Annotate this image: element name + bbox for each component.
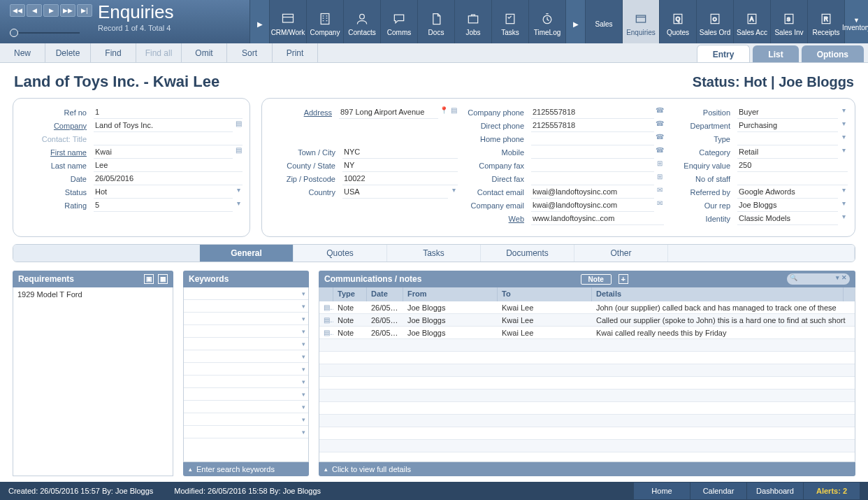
keyword-row[interactable] (184, 363, 308, 376)
col-type[interactable]: Type (333, 287, 367, 301)
phone-icon-4[interactable]: ☎ (656, 146, 664, 155)
keyword-row[interactable] (184, 388, 308, 401)
comm-row[interactable] (319, 390, 855, 402)
keyword-row[interactable] (184, 376, 308, 388)
note-button[interactable]: Note (581, 274, 612, 285)
fax-icon-2[interactable]: ⊞ (656, 173, 664, 181)
nav-contacts[interactable]: Contacts (343, 0, 380, 43)
dropdown-icon[interactable]: ▾ (839, 199, 848, 208)
nav-timelog[interactable]: TimeLog (528, 0, 565, 43)
comms-footer[interactable]: Click to view full details (319, 462, 855, 476)
nav-quotes[interactable]: QQuotes (659, 0, 696, 43)
address-field[interactable] (339, 106, 438, 119)
print-button[interactable]: Print (273, 43, 318, 62)
dropdown-icon[interactable]: ▾ (839, 106, 848, 115)
nav-next-button[interactable]: ▶ (43, 4, 59, 17)
enqval-field[interactable] (737, 159, 848, 172)
nav-sales[interactable]: Sales (585, 0, 622, 43)
fax-icon[interactable]: ⊞ (656, 159, 664, 168)
dropdown-icon[interactable]: ▾ (839, 120, 848, 128)
nav-enquiries[interactable]: Enquiries (622, 0, 659, 43)
zip-field[interactable] (342, 173, 458, 185)
cfax-field[interactable] (531, 159, 654, 172)
comm-row[interactable]: ▤Note26/05/16Joe BloggsKwai LeeJohn (our… (319, 301, 855, 314)
coemail-field[interactable] (531, 199, 654, 212)
sort-button[interactable]: Sort (227, 43, 273, 62)
calendar-button[interactable]: Calendar (690, 483, 746, 499)
address-list-icon[interactable]: ▤ (449, 106, 458, 115)
dphone-field[interactable] (531, 120, 654, 132)
comm-row[interactable]: ▤Note26/05/16Joe BloggsKwai LeeKwai call… (319, 327, 855, 339)
nav-scroll-right-icon[interactable]: ▶ (249, 0, 269, 43)
keywords-footer[interactable]: Enter search keywords (183, 462, 309, 476)
email-icon[interactable]: ✉ (656, 186, 664, 194)
web-label[interactable]: Web (458, 215, 531, 223)
country-dropdown-icon[interactable]: ▾ (449, 186, 458, 194)
status-dropdown-icon[interactable]: ▾ (234, 186, 243, 194)
keyword-row[interactable] (184, 401, 308, 413)
col-to[interactable]: To (498, 287, 592, 301)
dfax-field[interactable] (531, 173, 654, 185)
comm-row[interactable] (319, 364, 855, 377)
staff-field[interactable] (737, 173, 848, 185)
address-pin-icon[interactable]: 📍 (440, 106, 448, 115)
web-field[interactable] (531, 213, 664, 225)
dashboard-button[interactable]: Dashboard (747, 483, 803, 499)
lastname-field[interactable] (94, 159, 243, 172)
subtab-quotes[interactable]: Quotes (294, 245, 387, 262)
rep-field[interactable] (737, 199, 838, 212)
phone-icon-3[interactable]: ☎ (656, 133, 664, 141)
col-details[interactable]: Details (592, 287, 844, 301)
delete-button[interactable]: Delete (45, 43, 91, 62)
keyword-row[interactable] (184, 300, 308, 313)
comm-row[interactable] (319, 427, 855, 440)
nav-scroll-right-2-icon[interactable]: ▶ (565, 0, 585, 43)
keyword-row[interactable] (184, 338, 308, 350)
nav-fwd-button[interactable]: ▶▶ (60, 4, 75, 17)
rating-field[interactable] (94, 199, 233, 212)
date-field[interactable] (94, 173, 243, 185)
new-button[interactable]: New (0, 43, 45, 62)
dropdown-icon[interactable]: ▾ (839, 146, 848, 155)
nav-salesinv[interactable]: SSales Inv (770, 0, 807, 43)
phone-icon[interactable]: ☎ (656, 106, 664, 115)
record-slider[interactable] (10, 32, 80, 34)
keyword-row[interactable] (184, 350, 308, 363)
tab-options[interactable]: Options (802, 45, 864, 62)
type-field[interactable] (737, 133, 838, 145)
add-note-button[interactable]: + (619, 274, 628, 284)
subtab-general[interactable]: General (200, 245, 294, 262)
cemail-field[interactable] (531, 186, 654, 199)
comm-row[interactable] (319, 440, 855, 452)
find-all-button[interactable]: Find all (136, 43, 182, 62)
phone-icon-2[interactable]: ☎ (656, 120, 664, 128)
comm-row[interactable]: ▤Note26/05/16Joe BloggsKwai LeeCalled ou… (319, 314, 855, 327)
dropdown-icon[interactable]: ▾ (839, 213, 848, 221)
col-from[interactable]: From (403, 287, 498, 301)
nav-salesacc[interactable]: ASales Acc (733, 0, 770, 43)
alerts-button[interactable]: Alerts: 2 (804, 483, 860, 499)
requirements-icon-1[interactable]: ▣ (144, 274, 154, 284)
hphone-field[interactable] (531, 133, 654, 145)
firstname-field[interactable] (94, 146, 233, 159)
refno-field[interactable] (94, 106, 243, 119)
county-field[interactable] (342, 159, 458, 172)
subtab-blank-2[interactable] (668, 245, 855, 262)
nav-first-button[interactable]: ◀◀ (10, 4, 25, 17)
rating-dropdown-icon[interactable]: ▾ (234, 199, 243, 208)
firstname-list-icon[interactable]: ▤ (234, 146, 243, 155)
refby-field[interactable] (737, 186, 838, 199)
department-field[interactable] (737, 120, 838, 132)
comm-row[interactable] (319, 352, 855, 364)
subtab-tasks[interactable]: Tasks (387, 245, 481, 262)
nav-inventory-dropdown[interactable]: ▼Inventory (844, 0, 868, 43)
nav-tasks[interactable]: Tasks (491, 0, 528, 43)
company-label[interactable]: Company (20, 122, 94, 130)
company-list-icon[interactable]: ▤ (234, 120, 243, 128)
country-field[interactable] (342, 186, 448, 199)
subtab-blank[interactable] (13, 245, 200, 262)
keyword-row[interactable] (184, 325, 308, 338)
keyword-row[interactable] (184, 426, 308, 438)
keyword-row[interactable] (184, 413, 308, 426)
town-field[interactable] (342, 146, 458, 159)
